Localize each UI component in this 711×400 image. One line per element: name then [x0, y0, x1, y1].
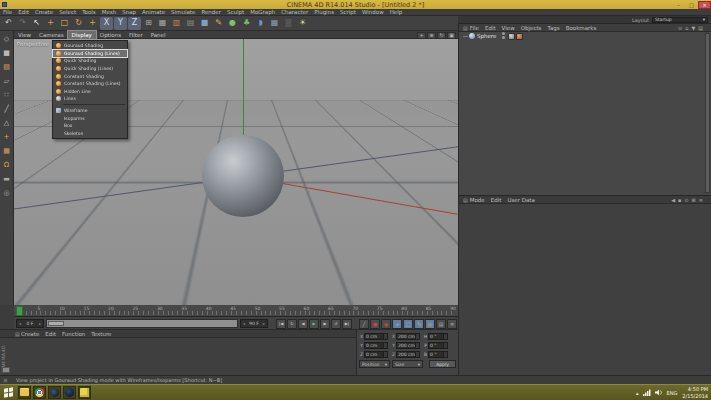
title-bar[interactable]: CINEMA 4D R14.014 Studio - [Untitled 2 *… [0, 0, 711, 9]
move-icon[interactable]: + [44, 17, 57, 30]
record-position-button[interactable]: + [392, 319, 402, 329]
menu-item[interactable]: Mesh [102, 9, 116, 15]
object-row[interactable]: Sphere [459, 32, 711, 40]
size-input[interactable]: 200 cm [396, 351, 420, 358]
light-icon[interactable]: ☀ [296, 17, 309, 30]
minimize-button[interactable]: – [672, 1, 685, 9]
om-menu-icon[interactable]: ▤ [698, 25, 703, 31]
redo-icon[interactable]: ↷ [16, 17, 29, 30]
viewport-filter-icon[interactable]: ◎ [1, 187, 12, 198]
position-input[interactable]: 0 cm [364, 333, 388, 340]
texture-axis-icon[interactable]: ▦ [1, 145, 12, 156]
sticky-notes-icon[interactable] [78, 386, 91, 399]
points-mode-icon[interactable]: ∷ [1, 89, 12, 100]
pen-icon[interactable]: ✎ [212, 17, 225, 30]
am-back-icon[interactable]: ◀ [671, 197, 675, 203]
menu-item[interactable]: Plugins [314, 9, 334, 15]
scrollbar[interactable] [705, 33, 710, 193]
volume-icon[interactable] [655, 389, 663, 396]
playhead[interactable] [16, 306, 23, 316]
make-editable-icon[interactable]: ◇ [1, 33, 12, 44]
array-icon[interactable]: ♣ [240, 17, 253, 30]
start-button[interactable] [0, 385, 16, 400]
rotation-input[interactable]: 0 ° [428, 351, 448, 358]
menu-item[interactable]: Character [281, 9, 308, 15]
menu-item[interactable]: File [3, 9, 12, 15]
play-sound-button[interactable]: ↺ [331, 319, 341, 329]
am-search-icon[interactable]: ⊙ [684, 197, 688, 203]
file-explorer-icon[interactable] [18, 386, 31, 399]
maximize-button[interactable]: □ [685, 1, 698, 9]
panel-menu-icon[interactable]: ▤ [463, 197, 468, 203]
render-settings-icon[interactable]: ▤ [184, 17, 197, 30]
menu-item[interactable]: Sculpt [227, 9, 244, 15]
menu-item[interactable]: Select [59, 9, 76, 15]
om-search-icon[interactable]: ⊙ [678, 25, 682, 31]
goto-start-button[interactable]: |◀ [276, 319, 286, 329]
autokey-button[interactable]: ● [370, 319, 380, 329]
menu-item[interactable]: Edit [491, 197, 502, 203]
range-end-spinner[interactable]: ◂90 F▸ [240, 319, 268, 328]
render-picture-viewer-icon[interactable]: ▥ [170, 17, 183, 30]
viewport-menu-item[interactable]: Filter [125, 31, 147, 39]
panel-menu-icon[interactable]: ▤ [15, 331, 20, 337]
menu-item[interactable]: Script [340, 9, 356, 15]
lock-y-icon[interactable]: Y [114, 17, 127, 30]
render-view-icon[interactable]: ▦ [156, 17, 169, 30]
display-menu-item[interactable]: Quick Shading [53, 57, 127, 65]
menu-item[interactable]: Create [21, 331, 39, 337]
clock[interactable]: 4:50 PM 2/15/2014 [682, 386, 708, 400]
coord-system-icon[interactable]: ⊞ [142, 17, 155, 30]
size-dropdown[interactable]: Size ▾ [392, 360, 423, 368]
next-frame-button[interactable]: ▶ [320, 319, 330, 329]
display-menu-item[interactable]: Gouraud Shading (Lines) [53, 50, 127, 58]
menu-item[interactable]: Help [390, 9, 403, 15]
display-menu-item[interactable]: Constant Shading [53, 72, 127, 80]
chrome-icon[interactable] [33, 386, 46, 399]
size-input[interactable]: 200 cm [396, 342, 420, 349]
display-menu-item[interactable]: Quick Shading (Lines) [53, 65, 127, 73]
display-menu-item[interactable]: Gouraud Shading [53, 42, 127, 50]
deformer-icon[interactable]: ◗ [254, 17, 267, 30]
snap-icon[interactable]: Ω [1, 159, 12, 170]
maxon-icon[interactable] [63, 386, 76, 399]
menu-item[interactable]: Snap [122, 9, 136, 15]
size-input[interactable]: 200 cm [396, 333, 420, 340]
layout-dropdown[interactable]: Startup ▾ [652, 17, 708, 23]
menu-item[interactable]: MoGraph [250, 9, 275, 15]
keyframe-selection-button[interactable]: ≡ [447, 319, 457, 329]
am-grid-icon[interactable]: ⊞ [692, 197, 696, 203]
position-input[interactable]: 0 cm [364, 342, 388, 349]
position-input[interactable]: 0 cm [364, 351, 388, 358]
record-pla-button[interactable]: ▤ [436, 319, 446, 329]
record-button[interactable]: ◉ [381, 319, 391, 329]
menu-item[interactable]: Simulate [171, 9, 195, 15]
menu-item[interactable]: Render [201, 9, 221, 15]
edges-mode-icon[interactable]: ╱ [1, 103, 12, 114]
display-menu-item[interactable]: Wireframe [53, 107, 127, 115]
menu-item[interactable]: Tools [82, 9, 96, 15]
pan-view-icon[interactable]: + [417, 32, 426, 39]
display-menu-item[interactable]: Box [53, 122, 127, 130]
menu-item[interactable]: Edit [18, 9, 29, 15]
om-home-icon[interactable]: ⌂ [685, 25, 688, 31]
menu-item[interactable]: Edit [45, 331, 56, 337]
viewport[interactable]: Perspective Gouraud Shading Gouraud Shad… [14, 39, 458, 305]
goto-end-button[interactable]: ▶| [342, 319, 352, 329]
viewport-menu-item[interactable]: Display [68, 31, 96, 39]
rotation-input[interactable]: 0 ° [428, 333, 448, 340]
record-rotation-button[interactable]: ↻ [414, 319, 424, 329]
display-menu-item[interactable]: Constant Shading (Lines) [53, 80, 127, 88]
display-menu-item[interactable]: Hidden Line [53, 88, 127, 96]
cube-icon[interactable]: ■ [198, 17, 211, 30]
display-menu-item[interactable]: Lines [53, 95, 127, 103]
menu-item[interactable]: Texture [91, 331, 111, 337]
menu-item[interactable]: Animate [142, 9, 165, 15]
apply-button[interactable]: Apply [429, 360, 456, 368]
sphere-object[interactable] [202, 135, 284, 217]
range-start-spinner[interactable]: ◂0 F▸ [16, 319, 44, 328]
am-lock-icon[interactable]: ▪ [678, 197, 681, 203]
toggle-view-icon[interactable]: ▣ [447, 32, 456, 39]
menu-item[interactable]: Function [62, 331, 85, 337]
object-name[interactable]: Sphere [477, 33, 496, 39]
